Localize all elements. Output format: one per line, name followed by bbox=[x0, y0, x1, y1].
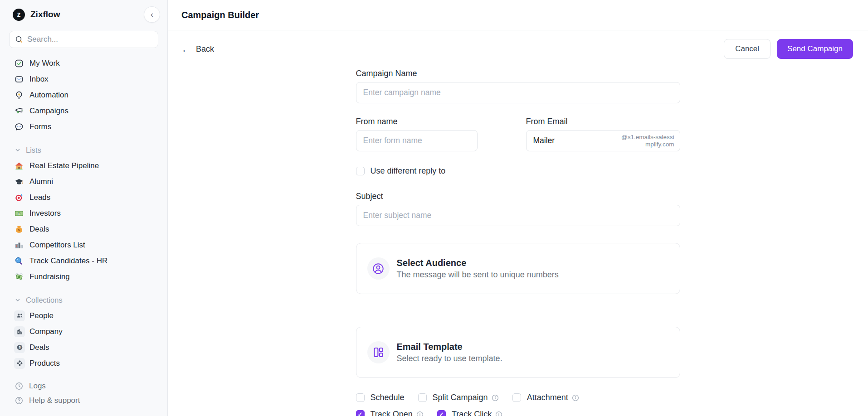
options-row-1: Schedule Split Campaign Attachment bbox=[356, 393, 680, 402]
checkbox-icon[interactable] bbox=[356, 393, 365, 402]
my-work-icon bbox=[14, 58, 24, 68]
sidebar-item-company[interactable]: Company bbox=[0, 324, 167, 339]
audience-user-icon bbox=[367, 257, 390, 280]
sidebar-nav: My Work Inbox Automation bbox=[0, 55, 167, 379]
sidebar-item-alumni[interactable]: Alumni bbox=[0, 174, 167, 189]
info-icon[interactable] bbox=[492, 394, 499, 401]
subject-label: Subject bbox=[356, 192, 680, 201]
checkbox-icon[interactable] bbox=[512, 393, 521, 402]
sidebar-item-forms[interactable]: Forms bbox=[0, 119, 167, 135]
checkbox-icon[interactable] bbox=[418, 393, 427, 402]
dollar-circle-icon: $ bbox=[14, 342, 25, 353]
sidebar-section-collections[interactable]: Collections bbox=[0, 292, 167, 308]
options-row-2: Track Open Track Click bbox=[356, 410, 680, 416]
brand-name: Zixflow bbox=[30, 10, 144, 19]
automation-icon bbox=[14, 90, 24, 100]
sidebar-item-fundraising[interactable]: Fundraising bbox=[0, 269, 167, 285]
sidebar-item-competitors-list[interactable]: Competitors List bbox=[0, 237, 167, 253]
info-icon[interactable] bbox=[572, 394, 579, 401]
sidebar-item-inbox[interactable]: Inbox bbox=[0, 71, 167, 87]
sidebar-section-lists[interactable]: Lists bbox=[0, 142, 167, 158]
sidebar-item-investors[interactable]: $ Investors bbox=[0, 205, 167, 221]
back-arrow-icon: ← bbox=[181, 44, 191, 54]
sidebar-item-track-candidates-hr[interactable]: Track Candidates - HR bbox=[0, 253, 167, 269]
sidebar-collapse-button[interactable]: ‹ bbox=[144, 6, 160, 23]
audience-card-subtitle: The message will be sent to unique numbe… bbox=[397, 270, 559, 280]
checkbox-icon[interactable] bbox=[356, 167, 365, 175]
forms-icon bbox=[14, 122, 24, 131]
template-card-subtitle: Select ready to use template. bbox=[397, 354, 502, 363]
select-audience-card[interactable]: Select Audience The message will be sent… bbox=[356, 243, 680, 294]
chevron-down-icon bbox=[15, 297, 20, 303]
checkbox-icon[interactable] bbox=[437, 410, 446, 416]
help-icon bbox=[14, 396, 24, 406]
sidebar-item-automation[interactable]: Automation bbox=[0, 87, 167, 103]
template-card-title: Email Template bbox=[397, 342, 502, 352]
email-template-card[interactable]: Email Template Select ready to use templ… bbox=[356, 327, 680, 378]
money-bag-icon: $ bbox=[14, 224, 24, 234]
use-different-reply-checkbox[interactable]: Use different reply to bbox=[356, 166, 680, 176]
campaign-toolbar: ← Back Cancel Send Campaign bbox=[168, 30, 868, 59]
target-icon bbox=[14, 193, 24, 202]
sidebar-item-logs[interactable]: Logs bbox=[0, 379, 167, 393]
sidebar-item-help-support[interactable]: Help & support bbox=[0, 393, 167, 408]
sidebar-footer: Logs Help & support bbox=[0, 379, 167, 408]
svg-text:$: $ bbox=[18, 227, 20, 232]
sidebar-header: z Zixflow ‹ bbox=[0, 0, 167, 29]
page-title: Campaign Builder bbox=[181, 10, 259, 20]
factory-icon bbox=[14, 240, 24, 250]
money-wings-icon bbox=[14, 272, 24, 281]
from-email-label: From Email bbox=[526, 117, 680, 126]
campaign-name-label: Campaign Name bbox=[356, 69, 680, 78]
back-button[interactable]: ← Back bbox=[181, 44, 214, 54]
info-icon[interactable] bbox=[416, 411, 424, 416]
svg-text:$: $ bbox=[18, 212, 20, 215]
audience-card-title: Select Audience bbox=[397, 258, 559, 268]
campaigns-icon bbox=[14, 106, 24, 116]
products-icon bbox=[14, 358, 25, 369]
sidebar-item-deals-list[interactable]: $ Deals bbox=[0, 221, 167, 237]
send-campaign-button[interactable]: Send Campaign bbox=[777, 39, 853, 59]
house-icon bbox=[14, 161, 24, 170]
track-click-checkbox[interactable]: Track Click bbox=[437, 410, 502, 416]
chevron-down-icon bbox=[15, 147, 20, 153]
campaign-form: Campaign Name From name From Email Maile… bbox=[168, 59, 868, 416]
banknote-icon: $ bbox=[14, 208, 24, 218]
from-email-field[interactable]: Mailer @s1.emails-salessimplify.com bbox=[526, 130, 680, 151]
use-different-reply-label: Use different reply to bbox=[371, 166, 446, 176]
template-layout-icon bbox=[367, 341, 390, 363]
info-icon[interactable] bbox=[495, 411, 502, 416]
attachment-checkbox[interactable]: Attachment bbox=[512, 393, 579, 402]
zixflow-logo-icon: z bbox=[13, 9, 25, 21]
campaign-name-input[interactable] bbox=[356, 82, 680, 103]
graduation-cap-icon bbox=[14, 177, 24, 186]
company-icon bbox=[14, 326, 25, 337]
schedule-checkbox[interactable]: Schedule bbox=[356, 393, 405, 402]
sidebar-item-people[interactable]: People bbox=[0, 308, 167, 324]
sidebar-item-deals-collection[interactable]: $ Deals bbox=[0, 339, 167, 355]
search-input[interactable] bbox=[27, 35, 152, 44]
back-label: Back bbox=[196, 44, 214, 54]
sidebar-item-real-estate-pipeline[interactable]: Real Estate Pipeline bbox=[0, 158, 167, 174]
inbox-icon bbox=[14, 74, 24, 84]
from-name-label: From name bbox=[356, 117, 478, 126]
sidebar-item-campaigns[interactable]: Campaigns bbox=[0, 103, 167, 119]
split-campaign-checkbox[interactable]: Split Campaign bbox=[418, 393, 499, 402]
people-icon bbox=[14, 310, 25, 321]
sidebar-item-leads[interactable]: Leads bbox=[0, 189, 167, 205]
main-area: Campaign Builder ← Back Cancel Send Camp… bbox=[168, 0, 868, 416]
checkbox-icon[interactable] bbox=[356, 410, 365, 416]
titlebar: Campaign Builder bbox=[168, 0, 868, 30]
track-open-checkbox[interactable]: Track Open bbox=[356, 410, 424, 416]
from-name-input[interactable] bbox=[356, 130, 478, 151]
search-icon bbox=[15, 35, 23, 44]
from-email-value[interactable]: Mailer bbox=[533, 136, 555, 145]
cancel-button[interactable]: Cancel bbox=[724, 39, 770, 59]
logs-icon bbox=[14, 382, 24, 391]
sidebar-item-products[interactable]: Products bbox=[0, 355, 167, 371]
sidebar-search[interactable] bbox=[9, 31, 158, 48]
subject-input[interactable] bbox=[356, 205, 680, 226]
sidebar: z Zixflow ‹ My Work bbox=[0, 0, 168, 416]
from-email-domain: @s1.emails-salessimplify.com bbox=[621, 134, 674, 148]
sidebar-item-my-work[interactable]: My Work bbox=[0, 55, 167, 71]
